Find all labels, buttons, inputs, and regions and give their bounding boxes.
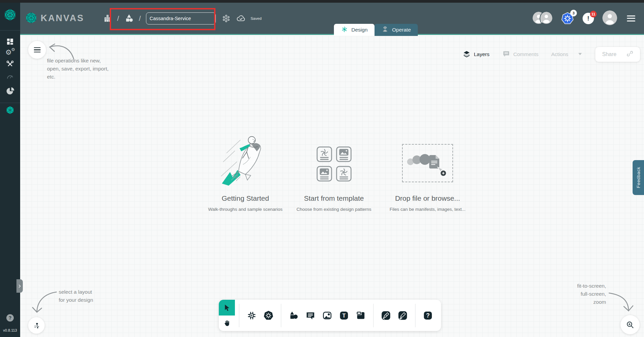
- kubernetes-tool[interactable]: [261, 305, 276, 326]
- tab-operate-label: Operate: [392, 27, 411, 33]
- actions-dropdown[interactable]: Actions: [551, 51, 583, 58]
- app-version: v0.8.113: [0, 328, 20, 332]
- layout-annotation: select a layout for your design: [59, 288, 93, 304]
- cloud-saved-icon[interactable]: [236, 13, 246, 23]
- tab-design-label: Design: [351, 27, 367, 33]
- notification-badge: 11: [590, 11, 597, 17]
- section-tool[interactable]: [353, 305, 368, 326]
- draw-tool[interactable]: [395, 305, 410, 326]
- brand-name: KANVAS: [41, 13, 84, 23]
- file-ops-annotation: file operations like new, open, save, ex…: [47, 57, 109, 81]
- toolbar-divider: [281, 304, 281, 327]
- design-canvas[interactable]: file operations like new, open, save, ex…: [20, 36, 644, 337]
- sidebar-item-configuration[interactable]: [0, 60, 20, 68]
- template-tiles: [316, 146, 352, 182]
- cursor-icon: [223, 304, 231, 311]
- section-icon: [356, 310, 366, 321]
- drop-file-card[interactable]: Drop file or browse... Files can be mani…: [379, 126, 477, 212]
- tab-design[interactable]: Design: [334, 24, 375, 36]
- share-button[interactable]: Share: [595, 47, 640, 62]
- operator-icon: [382, 26, 389, 34]
- saved-status: Saved: [251, 16, 262, 20]
- toolbar-divider: [239, 304, 239, 327]
- svg-text:T: T: [342, 312, 346, 318]
- help-button[interactable]: ?: [6, 314, 14, 322]
- share-label: Share: [602, 51, 616, 57]
- pen-icon: [381, 310, 391, 321]
- start-from-template-card[interactable]: Start from template Choose from existing…: [289, 126, 379, 212]
- design-spiral-icon: [341, 26, 348, 34]
- sidebar-item-performance[interactable]: [0, 73, 20, 81]
- pan-tool[interactable]: [219, 316, 235, 331]
- app-menu-icon[interactable]: [626, 14, 637, 23]
- question-icon: ?: [423, 310, 433, 321]
- sidebar-item-dashboard[interactable]: [0, 38, 20, 46]
- tab-operate[interactable]: Operate: [375, 24, 418, 36]
- gears-icon: ⚙⚙: [6, 48, 14, 57]
- select-tool[interactable]: [219, 300, 235, 316]
- design-name-input[interactable]: [146, 12, 216, 25]
- layers-icon: [463, 50, 470, 59]
- sidebar-divider: [0, 103, 20, 103]
- file-menu-button[interactable]: [28, 41, 46, 59]
- collaborator-avatars[interactable]: [533, 12, 552, 25]
- layout-selector-button[interactable]: [28, 317, 45, 334]
- sidebar-item-extensions[interactable]: [0, 87, 20, 96]
- notifications-button[interactable]: ! 11: [583, 13, 594, 24]
- pencil-icon: [398, 310, 408, 321]
- layers-label: Layers: [474, 51, 490, 57]
- shapes-icon: [289, 310, 299, 321]
- menu-icon: [34, 47, 41, 53]
- card-title: Getting Started: [221, 194, 269, 202]
- magnifier-plus-icon: [626, 320, 635, 329]
- comments-icon: [502, 50, 510, 59]
- comments-button[interactable]: Comments: [502, 50, 539, 59]
- getting-started-card[interactable]: Getting Started Walk-throughs and sample…: [201, 126, 289, 212]
- layers-button[interactable]: Layers: [463, 50, 490, 59]
- empty-state-cards: Getting Started Walk-throughs and sample…: [201, 126, 477, 212]
- svg-text:?: ?: [426, 312, 430, 319]
- meshery-logo-icon[interactable]: [0, 8, 20, 21]
- comment-tool[interactable]: [303, 305, 318, 326]
- k8s-context-badge: 3: [570, 10, 577, 16]
- pointer-tools: [219, 300, 235, 331]
- toolbar-divider: [415, 304, 415, 327]
- text-tool[interactable]: T: [337, 305, 351, 326]
- image-icon: [322, 310, 332, 321]
- component-icon: [247, 310, 257, 321]
- kubernetes-icon: [263, 310, 274, 321]
- hand-icon: [223, 320, 231, 327]
- kanvas-app: KANVAS / / Saved 3: [0, 0, 644, 337]
- text-icon: T: [339, 310, 349, 321]
- sidebar-divider: [0, 30, 20, 31]
- image-tool[interactable]: [320, 305, 335, 326]
- sidebar-expander[interactable]: [16, 279, 23, 293]
- component-tool[interactable]: [244, 305, 259, 326]
- help-tool[interactable]: ?: [420, 305, 435, 326]
- drop-zone[interactable]: [402, 144, 453, 182]
- header-right: 3 ! 11: [533, 10, 637, 26]
- workspace-shapes-icon[interactable]: [124, 13, 134, 23]
- kanvas-logo-icon: [25, 11, 38, 26]
- breadcrumb-separator: /: [139, 14, 141, 22]
- profile-avatar[interactable]: [602, 10, 617, 26]
- organization-icon[interactable]: [103, 14, 112, 23]
- cluster-visibility-icon[interactable]: [222, 14, 231, 23]
- mode-tabs: Design Operate: [334, 24, 418, 36]
- sidebar-item-lifecycle[interactable]: ⚙⚙: [0, 48, 20, 57]
- card-title: Drop file or browse...: [395, 194, 460, 202]
- kubernetes-context-button[interactable]: 3: [561, 12, 574, 25]
- breadcrumb-separator: /: [117, 14, 119, 22]
- sidebar-item-kanvas[interactable]: [0, 105, 20, 115]
- pen-tool[interactable]: [379, 305, 393, 326]
- card-title: Start from template: [304, 194, 364, 202]
- link-icon: [627, 50, 633, 58]
- header: KANVAS / / Saved 3: [20, 3, 644, 35]
- feedback-tab[interactable]: Feedback: [633, 160, 644, 195]
- kanvas-brand: KANVAS: [25, 11, 84, 26]
- zoom-button[interactable]: [621, 315, 640, 334]
- canvas-topbar: Layers Comments Actions Share: [463, 47, 640, 62]
- shapes-tool[interactable]: [286, 305, 301, 326]
- feedback-label: Feedback: [636, 167, 641, 188]
- window-top-strip: [0, 0, 644, 3]
